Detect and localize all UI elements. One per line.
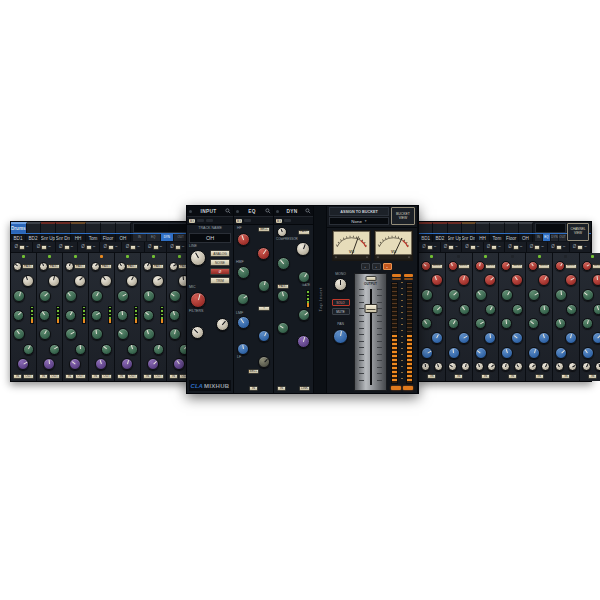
bucket-tab-empty[interactable] xyxy=(433,222,447,233)
hf-gain-knob[interactable] xyxy=(475,261,485,271)
fast-button[interactable]: FAST xyxy=(152,264,164,269)
bell-button[interactable]: BELL xyxy=(458,264,470,269)
gate-threshold-knob[interactable] xyxy=(143,328,155,340)
lp-filter-knob[interactable] xyxy=(461,362,470,371)
fast-button[interactable]: FAST xyxy=(100,264,112,269)
hmf-freq-knob[interactable] xyxy=(432,304,443,315)
strip-assign-button[interactable] xyxy=(470,245,476,250)
wave-icon[interactable]: ~ xyxy=(137,245,140,250)
hmf-freq-knob[interactable] xyxy=(459,304,470,315)
dyn-in-button[interactable]: IN xyxy=(169,374,178,379)
output-button[interactable] xyxy=(365,276,376,281)
channel-name[interactable]: BD2 xyxy=(26,234,41,242)
bell-button[interactable]: BELL xyxy=(485,264,497,269)
threshold-knob[interactable] xyxy=(39,290,51,302)
bucket-tab-empty[interactable] xyxy=(41,222,56,233)
hmf-gain-knob[interactable] xyxy=(421,289,433,301)
comp-fast-button[interactable]: FAST xyxy=(298,230,310,235)
dyn-makeup-knob[interactable] xyxy=(277,227,287,237)
bucket-tab-empty[interactable] xyxy=(505,222,519,233)
channel-name[interactable]: Snr Dn xyxy=(462,234,476,242)
eq-sidechain-button[interactable]: ÷ xyxy=(258,306,270,311)
bucket-tab-empty[interactable] xyxy=(490,222,504,233)
gate-threshold-knob[interactable] xyxy=(117,328,129,340)
lp-filter-knob[interactable] xyxy=(487,362,496,371)
hmf-q-knob[interactable] xyxy=(501,318,512,329)
channel-name[interactable]: Tom xyxy=(86,234,101,242)
gate-release-knob[interactable] xyxy=(121,358,133,370)
hmf-gain-knob[interactable] xyxy=(582,289,594,301)
phase-icon[interactable]: Ø xyxy=(170,245,174,250)
hmf-q-knob[interactable] xyxy=(237,293,249,305)
comp-release-knob[interactable] xyxy=(298,271,310,283)
fader-cap[interactable] xyxy=(364,304,377,313)
line-gain-knob[interactable] xyxy=(190,250,206,266)
phase-button[interactable]: Ø xyxy=(210,268,230,275)
hmf-freq-knob[interactable] xyxy=(566,304,577,315)
wave-icon[interactable]: ~ xyxy=(48,245,51,250)
input-bypass-button[interactable]: BY xyxy=(189,219,195,223)
hp-filter-knob[interactable] xyxy=(448,362,457,371)
gate-threshold-knob[interactable] xyxy=(39,328,51,340)
channel-name[interactable]: Tom xyxy=(490,234,504,242)
lf-bell-button[interactable]: BELL xyxy=(248,369,260,374)
strip-assign-button[interactable] xyxy=(427,245,433,250)
phase-icon[interactable]: Ø xyxy=(487,245,491,250)
dyn-in-button[interactable]: IN xyxy=(91,374,100,379)
lmf-freq-knob[interactable] xyxy=(555,347,567,359)
gate-range-knob[interactable] xyxy=(101,344,112,355)
hmf-freq-knob[interactable] xyxy=(512,304,523,315)
hf-gain-knob[interactable] xyxy=(237,233,250,246)
dyn-in-button[interactable]: IN xyxy=(13,374,22,379)
release-knob[interactable] xyxy=(13,310,24,321)
mic-gain-knob[interactable] xyxy=(190,292,206,308)
lp-filter-knob[interactable] xyxy=(216,318,229,331)
wave-icon[interactable]: ~ xyxy=(182,245,185,250)
lmf-freq-knob[interactable] xyxy=(501,347,513,359)
dyn-out-button[interactable]: OUT xyxy=(127,374,138,379)
eq-in-button[interactable]: IN xyxy=(454,374,463,379)
mono-knob[interactable] xyxy=(334,278,347,291)
dyn-link-button[interactable]: LINK xyxy=(299,386,310,391)
wave-icon[interactable]: ~ xyxy=(160,245,163,250)
meter-gr-button[interactable]: ▪ xyxy=(383,263,392,270)
release-knob[interactable] xyxy=(91,310,102,321)
hmf-freq-knob[interactable] xyxy=(485,304,496,315)
dyn-in-button[interactable]: IN xyxy=(65,374,74,379)
threshold-knob[interactable] xyxy=(13,290,25,302)
lmf-freq-knob[interactable] xyxy=(258,330,270,342)
bucket-tab-empty[interactable] xyxy=(116,222,131,233)
hf-gain-knob[interactable] xyxy=(448,261,458,271)
channel-name[interactable]: Floor xyxy=(505,234,519,242)
noise-button[interactable]: NOISE xyxy=(210,259,230,266)
lmf-freq-knob[interactable] xyxy=(582,347,594,359)
hmf-q-knob[interactable] xyxy=(475,318,486,329)
dyn-out-button[interactable]: OUT xyxy=(23,374,34,379)
phase-icon[interactable]: Ø xyxy=(104,245,108,250)
wave-icon[interactable]: ~ xyxy=(434,245,437,250)
hmf-q-knob[interactable] xyxy=(448,318,459,329)
strip-assign-button[interactable] xyxy=(64,245,70,250)
strip-assign-button[interactable] xyxy=(86,245,92,250)
channel-name[interactable]: OH xyxy=(116,234,131,242)
strip-assign-button[interactable] xyxy=(41,245,47,250)
hf-freq-knob[interactable] xyxy=(257,247,270,260)
gate-threshold-knob[interactable] xyxy=(169,328,181,340)
threshold-knob[interactable] xyxy=(169,290,181,302)
channel-name[interactable]: OH xyxy=(519,234,533,242)
phase-icon[interactable]: Ø xyxy=(551,245,555,250)
trim-button[interactable]: TRIM xyxy=(210,277,230,284)
lmf-freq-knob[interactable] xyxy=(448,347,460,359)
strip-assign-button[interactable] xyxy=(513,245,519,250)
channel-name[interactable]: BD2 xyxy=(433,234,447,242)
ratio-knob[interactable] xyxy=(100,275,112,287)
phase-icon[interactable]: Ø xyxy=(59,245,63,250)
bell-button[interactable]: BELL xyxy=(565,264,577,269)
makeup-knob[interactable] xyxy=(143,262,152,271)
channel-name[interactable]: Snr Up xyxy=(448,234,462,242)
gate-threshold-knob[interactable] xyxy=(13,328,25,340)
wave-icon[interactable]: ~ xyxy=(93,245,96,250)
hmf-q-knob[interactable] xyxy=(528,318,539,329)
hmf-gain-knob[interactable] xyxy=(237,266,250,279)
dyn-bypass-button[interactable]: BY xyxy=(276,219,282,223)
